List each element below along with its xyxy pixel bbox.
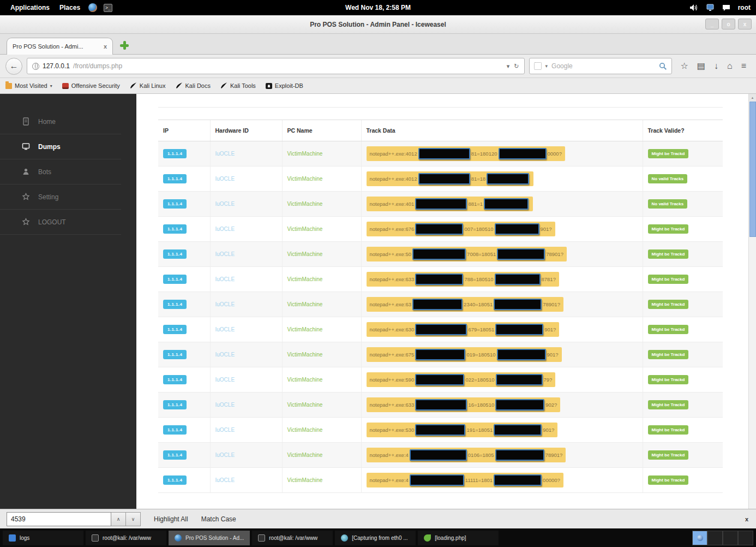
taskbar-item-pro-pos-solution-ad[interactable]: Pro POS Solution - Ad... [169, 531, 250, 545]
hardware-id-link[interactable]: IuOCLE [215, 377, 235, 383]
status-badge: Might be Trackd [648, 475, 689, 485]
track-valid-cell: Might be Trackd [643, 418, 723, 443]
sidebar-item-setting[interactable]: Setting [0, 185, 121, 210]
hardware-id-link[interactable]: IuOCLE [215, 452, 235, 458]
track-valid-cell: Might be Trackd [643, 443, 723, 468]
exploit-db-icon [266, 83, 272, 89]
column-header-ip: IP [158, 120, 210, 141]
pc-name-cell: VictimMachine [282, 342, 361, 367]
hardware-id-link[interactable]: IuOCLE [215, 251, 235, 257]
hardware-id-link[interactable]: IuOCLE [215, 326, 235, 332]
find-input[interactable] [7, 512, 111, 526]
iceweasel-icon [175, 534, 182, 542]
hardware-id-link[interactable]: IuOCLE [215, 301, 235, 307]
bookmark-kali-tools[interactable]: Kali Tools [220, 82, 256, 89]
url-bar[interactable]: 127.0.0.1/front/dumps.php ▾ ↻ [27, 58, 525, 74]
iceweasel-launcher-icon[interactable] [88, 3, 98, 13]
column-header-hardware-id: Hardware ID [210, 120, 282, 141]
new-tab-button[interactable] [117, 38, 131, 52]
workspace-4[interactable] [738, 531, 753, 545]
bookmark-kali-docs[interactable]: Kali Docs [176, 82, 211, 89]
scrollbar-up-arrow[interactable]: ▴ [749, 94, 756, 101]
status-badge: Might be Trackd [648, 450, 689, 460]
taskbar-item-loading-php[interactable]: [loading.php] [418, 531, 499, 545]
track-text: 78901? [545, 452, 563, 458]
places-menu[interactable]: Places [55, 4, 85, 11]
redaction-block [418, 148, 470, 159]
sidebar-item-logout[interactable]: LOGOUT [0, 210, 121, 235]
redaction-block [487, 173, 529, 185]
track-data-highlight: notepad++.exe:401281=1801200000? [367, 146, 565, 161]
track-data-highlight: notepad++.exe:675019=180510901? [367, 347, 562, 362]
hardware-id-link[interactable]: IuOCLE [215, 427, 235, 433]
pc-name: VictimMachine [287, 377, 323, 383]
sidebar-item-home[interactable]: Home [0, 109, 121, 134]
sidebar-item-bots[interactable]: Bots [0, 159, 121, 185]
pc-name-cell: VictimMachine [282, 167, 361, 192]
maximize-button[interactable]: o [722, 19, 735, 29]
downloads-icon[interactable]: ↓ [714, 62, 718, 70]
table-row: 1.1.1.4IuOCLEVictimMachinenotepad++.exe:… [158, 141, 723, 167]
panel-username[interactable]: root [738, 4, 751, 11]
terminal-launcher-icon[interactable]: >_ [103, 3, 113, 13]
hardware-id-link[interactable]: IuOCLE [215, 402, 235, 408]
track-data-cell: notepad++.exe:401281=18 [361, 167, 643, 192]
workspace-switcher [692, 531, 753, 545]
bookmark-label: Most Visited [15, 82, 47, 89]
network-icon[interactable] [706, 4, 715, 11]
desktop-screen: Applications Places >_ Wed Nov 18, 2:58 … [0, 0, 756, 547]
panel-clock[interactable]: Wed Nov 18, 2:58 PM [345, 4, 411, 11]
bookmark-star-icon[interactable]: ☆ [681, 62, 688, 70]
column-header-track-valide: Track Valide? [643, 120, 723, 141]
url-dropdown-icon[interactable]: ▾ [507, 63, 510, 70]
bookmark-exploit-db[interactable]: Exploit-DB [266, 82, 303, 89]
track-text: 7008=18051 [467, 251, 496, 257]
bookmark-offensive-security[interactable]: Offensive Security [62, 82, 120, 89]
bookmark-kali-linux[interactable]: Kali Linux [130, 82, 166, 89]
workspace-3[interactable] [723, 531, 738, 545]
hardware-id-link[interactable]: IuOCLE [215, 352, 235, 358]
minimize-button[interactable]: _ [705, 19, 719, 29]
hardware-id-link[interactable]: IuOCLE [215, 276, 235, 282]
user-chat-icon[interactable] [722, 4, 730, 11]
workspace-1[interactable] [692, 531, 707, 545]
search-input[interactable]: ▾ Google [529, 58, 672, 74]
kali-dragon-icon [176, 82, 183, 89]
workspace-2[interactable] [707, 531, 723, 545]
find-close-icon[interactable]: x [745, 516, 748, 522]
taskbar-item-logs[interactable]: logs [3, 531, 83, 545]
menu-icon[interactable]: ≡ [741, 62, 746, 70]
hardware-id-link[interactable]: IuOCLE [215, 201, 235, 207]
highlight-all-button[interactable]: Highlight All [154, 515, 188, 523]
home-icon[interactable]: ⌂ [727, 62, 733, 70]
find-previous-button[interactable]: ∧ [111, 512, 126, 526]
hardware-id-link[interactable]: IuOCLE [215, 226, 235, 232]
find-next-button[interactable]: ∨ [126, 512, 141, 526]
track-valid-cell: Might be Trackd [643, 242, 723, 267]
applications-menu[interactable]: Applications [5, 4, 55, 11]
tab-close-icon[interactable]: x [104, 43, 107, 50]
track-valid-cell: No valid Tracks [643, 167, 723, 192]
hardware-id-cell: IuOCLE [210, 267, 282, 292]
search-icon[interactable] [659, 62, 667, 70]
taskbar-item-capturing-from-eth0[interactable]: [Capturing from eth0 ... [335, 531, 416, 545]
browser-scrollbar[interactable]: ▴ [748, 94, 756, 509]
scrollbar-thumb[interactable] [749, 102, 756, 237]
taskbar-item-root-kali-var-www[interactable]: root@kali: /var/www [252, 531, 333, 545]
volume-icon[interactable] [689, 4, 698, 11]
bookmarks-panel-icon[interactable]: ▤ [697, 62, 705, 70]
search-engine-caret-icon[interactable]: ▾ [545, 63, 548, 69]
match-case-button[interactable]: Match Case [201, 515, 236, 523]
hardware-id-link[interactable]: IuOCLE [215, 176, 235, 182]
back-button[interactable]: ← [5, 58, 22, 75]
tab-pro-pos-solution[interactable]: Pro POS Solution - Admi... x [7, 38, 113, 55]
sidebar-item-dumps[interactable]: Dumps [0, 134, 121, 159]
hardware-id-link[interactable]: IuOCLE [215, 151, 235, 157]
reload-icon[interactable]: ↻ [514, 63, 519, 70]
close-button[interactable]: x [738, 19, 752, 29]
bots-icon [22, 168, 30, 176]
bookmark-most-visited[interactable]: Most Visited▾ [5, 82, 52, 89]
taskbar-item-root-kali-var-www[interactable]: root@kali: /var/www [86, 531, 166, 545]
status-badge: No valid Tracks [648, 199, 688, 209]
hardware-id-link[interactable]: IuOCLE [215, 477, 235, 483]
